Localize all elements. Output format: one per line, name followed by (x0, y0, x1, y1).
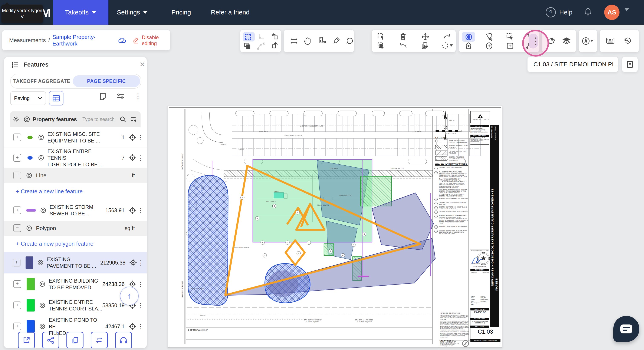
gear-icon[interactable] (10, 116, 22, 123)
row-menu-icon[interactable]: ⋮ (137, 302, 144, 309)
breadcrumb-current[interactable]: Sample Property- Earthwork (52, 34, 112, 47)
marker-pen-tool[interactable] (333, 37, 340, 45)
visibility-ring-icon[interactable] (40, 324, 45, 329)
feature-row[interactable]: + EXISTING MISC. SITEEQUIPMENT TO BE ...… (4, 127, 147, 148)
visibility-ring-icon[interactable] (38, 260, 44, 266)
tab-takeoff-aggregate[interactable]: TAKEOFF AGGREGATE (11, 78, 73, 84)
share-button[interactable] (42, 332, 59, 348)
tag-icon[interactable] (548, 37, 555, 45)
rotate-left-tool[interactable] (271, 33, 278, 40)
rect-select-tool[interactable] (506, 33, 514, 40)
category-select[interactable]: Paving (10, 91, 46, 105)
breadcrumb-root[interactable]: Measurements (9, 37, 46, 44)
duplicate-shape-tool[interactable] (244, 42, 251, 50)
expand-icon[interactable]: + (14, 323, 21, 330)
locate-crosshair-icon[interactable] (128, 154, 137, 162)
page-label-bar[interactable]: C1.03 / SITE DEMOLITION PL... (528, 57, 618, 72)
locate-crosshair-icon[interactable] (128, 134, 137, 141)
add-filter-icon[interactable] (128, 116, 140, 122)
measure-ruler-tool[interactable] (318, 37, 326, 45)
marquee-cursor-tool[interactable] (377, 33, 385, 40)
support-headphones-button[interactable] (115, 332, 132, 348)
notifications-bell-icon[interactable] (583, 7, 593, 17)
vertex-point-tool[interactable] (465, 33, 472, 41)
compass-icon[interactable] (582, 37, 593, 45)
panel-more-icon[interactable]: ⋮ (134, 92, 142, 100)
rotate-right-tool[interactable] (271, 42, 278, 49)
nav-settings[interactable]: Settings (117, 0, 148, 25)
redo-tool[interactable] (443, 33, 451, 40)
duplicate-button[interactable] (66, 332, 84, 348)
table-view-button[interactable] (49, 91, 64, 105)
feature-color-swatch[interactable] (26, 299, 35, 312)
expand-icon[interactable]: + (13, 259, 20, 266)
add-point-feature-tool[interactable] (465, 42, 472, 50)
expand-icon[interactable]: + (14, 206, 21, 214)
row-menu-icon[interactable]: ⋮ (137, 323, 144, 330)
nav-takeoffs[interactable]: Takeoffs (53, 0, 108, 25)
feature-color-swatch[interactable] (26, 278, 35, 290)
page-list-button[interactable] (622, 57, 638, 72)
export-button[interactable] (18, 332, 35, 348)
notes-icon[interactable] (98, 93, 108, 100)
feature-row[interactable]: + EXISTING ENTIRE TENNISLIGHTS POLE TO B… (4, 148, 147, 168)
visibility-ring-icon[interactable] (38, 155, 44, 161)
bezier-tool[interactable] (257, 42, 265, 50)
row-menu-icon[interactable]: ⋮ (137, 154, 144, 162)
collapse-icon[interactable]: − (14, 172, 21, 179)
row-menu-icon[interactable]: ⋮ (138, 259, 144, 266)
cut-polygon-tool[interactable] (485, 33, 494, 41)
marquee-extract-tool[interactable] (377, 42, 385, 50)
feature-color-swatch[interactable] (28, 156, 32, 160)
visibility-ring-icon[interactable] (38, 134, 44, 140)
search-icon[interactable] (118, 116, 128, 123)
visibility-ring-icon[interactable] (26, 225, 32, 231)
row-menu-icon[interactable]: ⋮ (137, 134, 144, 141)
close-icon[interactable]: ✕ (140, 60, 145, 68)
section-polygon[interactable]: − Polygon sq ft (4, 221, 147, 236)
pan-hand-tool[interactable] (304, 37, 311, 45)
keyboard-shortcuts-icon[interactable] (606, 37, 614, 44)
row-menu-icon[interactable]: ⋮ (137, 280, 144, 288)
split-view-tool[interactable] (290, 37, 298, 45)
comment-tool[interactable] (346, 37, 354, 45)
nav-pricing[interactable]: Pricing (172, 0, 191, 25)
locate-crosshair-icon[interactable] (128, 259, 138, 266)
toolbar-more-icon[interactable]: ⋮ (531, 34, 540, 48)
feature-row[interactable]: + EXISTING STORMSEWER TO BE ... 1563.91 … (4, 200, 147, 221)
feature-color-swatch[interactable] (26, 209, 36, 212)
rotate-options-tool[interactable] (441, 42, 453, 49)
visibility-ring-icon[interactable] (40, 281, 45, 287)
marquee-select-tool[interactable] (244, 33, 252, 40)
create-line-feature-link[interactable]: + Create a new line feature (4, 183, 147, 200)
undo-tool[interactable] (400, 42, 407, 49)
settings-sliders-icon[interactable] (116, 93, 125, 100)
expand-icon[interactable]: + (14, 302, 21, 309)
avatar[interactable]: AS (604, 5, 620, 20)
account-menu-caret[interactable] (624, 11, 629, 15)
visibility-ring-icon[interactable] (22, 116, 32, 123)
history-icon[interactable] (624, 37, 632, 45)
feature-color-swatch[interactable] (28, 136, 32, 139)
locate-crosshair-icon[interactable] (128, 323, 137, 330)
nav-refer[interactable]: Refer a friend (211, 0, 250, 25)
layers-icon[interactable] (562, 37, 570, 45)
expand-icon[interactable]: + (14, 280, 21, 288)
scroll-top-button[interactable]: ↑ (120, 287, 139, 305)
expand-icon[interactable]: + (14, 134, 21, 141)
disable-editing-button[interactable]: Disable editing (142, 34, 170, 46)
create-polygon-feature-link[interactable]: + Create a new polygon feature (4, 236, 147, 252)
search-input[interactable]: Type to search (82, 117, 114, 122)
section-line[interactable]: − Line ft (4, 168, 147, 183)
locate-crosshair-icon[interactable] (128, 206, 137, 214)
delete-tool[interactable] (400, 33, 407, 40)
visibility-ring-icon[interactable] (40, 207, 46, 213)
move-tool[interactable] (421, 33, 429, 41)
add-ellipse-feature-tool[interactable] (485, 42, 493, 50)
collapse-icon[interactable]: − (14, 224, 21, 232)
sync-loop-button[interactable] (91, 332, 108, 348)
feature-color-swatch[interactable] (26, 256, 33, 269)
help-button[interactable]: ? Help (546, 0, 572, 25)
chat-launcher[interactable] (613, 316, 639, 342)
plan-sheet[interactable]: 4445552114666 GRASS CONCRETE GRASS UNDER… (168, 106, 502, 348)
